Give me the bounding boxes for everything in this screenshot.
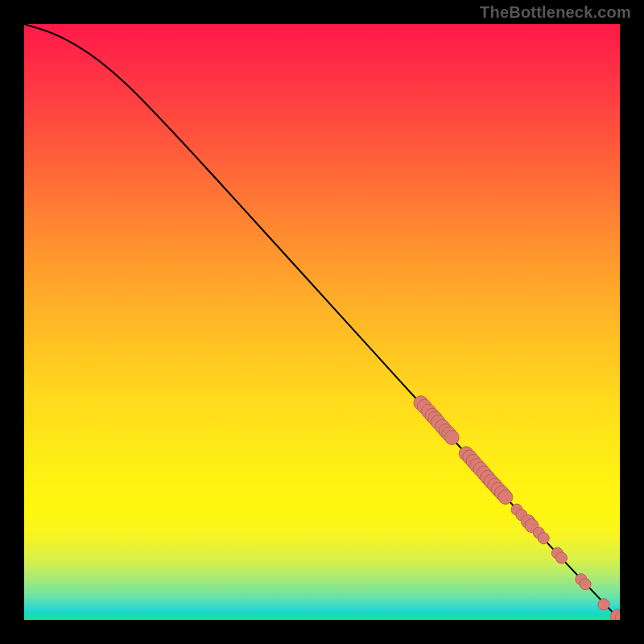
data-point — [598, 599, 609, 610]
data-point — [498, 490, 513, 505]
data-point — [538, 533, 549, 544]
scatter-layer — [24, 24, 620, 620]
data-point — [555, 552, 567, 564]
watermark-text: TheBottleneck.com — [480, 3, 631, 22]
plot-area — [24, 24, 620, 620]
chart-stage: TheBottleneck.com — [0, 0, 644, 644]
data-point — [444, 431, 459, 445]
data-point — [580, 579, 591, 590]
scatter-points — [414, 396, 620, 620]
